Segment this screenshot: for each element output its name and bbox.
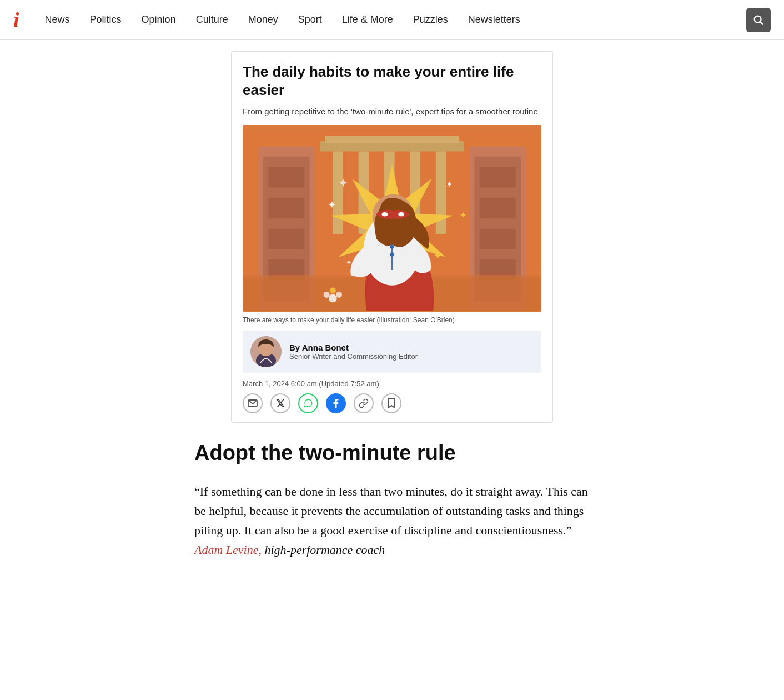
svg-text:✦: ✦ <box>433 249 443 262</box>
article-image-caption: There are ways to make your daily life e… <box>243 316 541 324</box>
share-icons <box>243 393 541 413</box>
share-facebook-button[interactable] <box>326 393 346 413</box>
svg-rect-12 <box>480 167 516 187</box>
author-box: By Anna Bonet Senior Writer and Commissi… <box>243 331 541 373</box>
svg-text:✦: ✦ <box>328 199 336 211</box>
article-section-heading: Adopt the two-minute rule <box>194 441 590 466</box>
svg-text:✦: ✦ <box>446 180 453 189</box>
nav-link-sport[interactable]: Sport <box>288 14 332 26</box>
svg-rect-13 <box>480 198 516 218</box>
article-date: March 1, 2024 6:00 am (Updated 7:52 am) <box>243 379 541 388</box>
article-card-subtitle: From getting repetitive to the 'two-minu… <box>243 106 541 117</box>
svg-point-37 <box>390 244 394 248</box>
search-icon <box>752 14 765 26</box>
article-quote-block: “If something can be done in less than t… <box>194 482 590 560</box>
svg-point-41 <box>398 212 404 216</box>
svg-rect-18 <box>333 152 343 234</box>
article-card: The daily habits to make your entire lif… <box>231 51 553 423</box>
author-avatar <box>250 336 282 367</box>
article-illustration: ✦ ✦ ✦ ✦ ✦ ✦ <box>243 125 541 312</box>
whatsapp-icon <box>303 398 313 408</box>
share-email-button[interactable] <box>243 393 263 413</box>
svg-rect-7 <box>268 198 304 218</box>
article-date-text: March 1, 2024 6:00 am <box>243 379 317 388</box>
svg-rect-14 <box>480 229 516 249</box>
svg-point-48 <box>329 294 337 302</box>
save-article-button[interactable] <box>381 393 401 413</box>
quoted-name[interactable]: Adam Levine, <box>194 543 262 557</box>
author-info: By Anna Bonet Senior Writer and Commissi… <box>289 343 418 361</box>
nav-link-politics[interactable]: Politics <box>80 14 132 26</box>
author-role: Senior Writer and Commissioning Editor <box>289 352 418 361</box>
facebook-icon <box>333 398 339 408</box>
article-card-title: The daily habits to make your entire lif… <box>243 63 541 99</box>
author-description: high-performance coach <box>264 543 385 557</box>
svg-point-51 <box>336 292 342 298</box>
svg-rect-17 <box>325 136 459 143</box>
svg-point-50 <box>324 292 330 298</box>
svg-text:✦: ✦ <box>338 176 348 190</box>
svg-line-1 <box>760 22 763 24</box>
nav-link-money[interactable]: Money <box>238 14 288 26</box>
illustration-svg: ✦ ✦ ✦ ✦ ✦ ✦ <box>243 125 541 312</box>
svg-point-40 <box>381 212 388 216</box>
email-icon <box>248 399 258 407</box>
quote-text: “If something can be done in less than t… <box>194 484 588 537</box>
nav-link-news[interactable]: News <box>35 14 80 26</box>
nav-link-life[interactable]: Life & More <box>332 14 403 26</box>
svg-point-38 <box>390 252 394 256</box>
svg-rect-8 <box>268 229 304 249</box>
svg-rect-6 <box>268 167 304 187</box>
share-whatsapp-button[interactable] <box>298 393 318 413</box>
main-nav: i News Politics Opinion Culture Money Sp… <box>0 0 784 40</box>
link-icon <box>359 398 369 408</box>
share-twitter-button[interactable] <box>270 393 290 413</box>
svg-text:✦: ✦ <box>459 210 467 221</box>
svg-text:✦: ✦ <box>346 258 352 267</box>
nav-link-newsletters[interactable]: Newsletters <box>458 14 530 26</box>
svg-point-0 <box>755 16 761 22</box>
bookmark-icon <box>388 398 395 408</box>
nav-link-puzzles[interactable]: Puzzles <box>403 14 458 26</box>
nav-links: News Politics Opinion Culture Money Spor… <box>35 14 746 26</box>
article-card-wrapper: The daily habits to make your entire lif… <box>0 40 784 423</box>
article-body: Adopt the two-minute rule “If something … <box>181 423 603 586</box>
nav-link-opinion[interactable]: Opinion <box>132 14 186 26</box>
share-link-button[interactable] <box>354 393 374 413</box>
site-logo[interactable]: i <box>13 9 19 31</box>
search-button[interactable] <box>746 8 771 32</box>
svg-point-49 <box>330 287 336 293</box>
nav-link-culture[interactable]: Culture <box>186 14 238 26</box>
article-updated-text: (Updated 7:52 am) <box>319 379 379 388</box>
author-byline: By Anna Bonet <box>289 343 418 352</box>
x-twitter-icon <box>276 399 285 408</box>
